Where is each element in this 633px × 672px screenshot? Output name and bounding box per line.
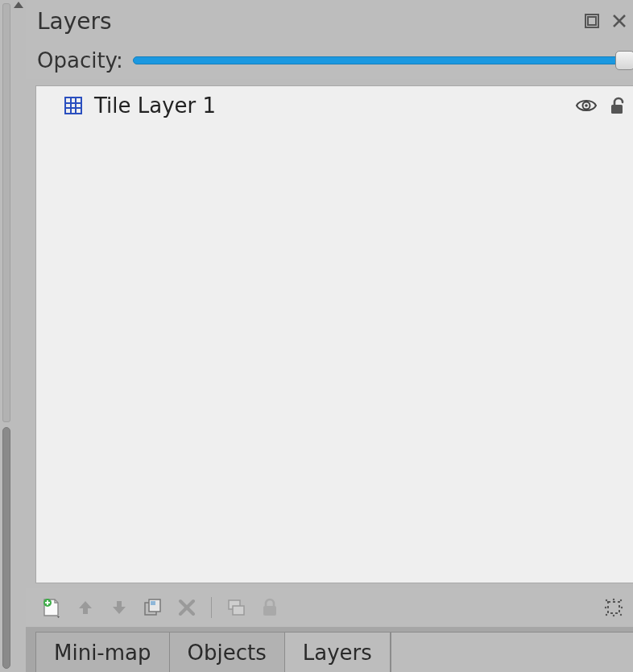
- layers-panel: Layers Opacity:: [26, 0, 633, 672]
- svg-point-30: [605, 607, 606, 608]
- svg-point-33: [613, 615, 614, 616]
- svg-point-29: [620, 599, 622, 601]
- svg-rect-1: [588, 17, 596, 25]
- tab-label: Objects: [188, 641, 267, 665]
- svg-rect-26: [608, 602, 619, 613]
- merge-layer-button[interactable]: [225, 596, 247, 619]
- layers-toolbar: [26, 588, 633, 627]
- panel-titlebar: Layers: [26, 0, 633, 42]
- svg-point-31: [621, 607, 623, 608]
- undock-button[interactable]: [583, 12, 601, 30]
- svg-rect-11: [611, 105, 623, 114]
- opacity-slider[interactable]: [133, 49, 630, 72]
- close-panel-button[interactable]: [610, 12, 628, 30]
- toolbar-separator: [211, 597, 212, 618]
- slider-thumb[interactable]: [615, 51, 633, 70]
- opacity-row: Opacity:: [26, 42, 633, 79]
- titlebar-controls: [583, 12, 628, 30]
- left-gutter: [0, 0, 23, 672]
- highlight-current-layer-button[interactable]: [602, 596, 625, 619]
- eye-icon: [575, 97, 598, 114]
- arrow-down-icon: [110, 598, 129, 617]
- move-layer-down-button[interactable]: [108, 596, 130, 619]
- svg-point-27: [606, 599, 607, 601]
- new-layer-icon: [41, 597, 62, 618]
- svg-point-32: [606, 614, 607, 616]
- layer-row[interactable]: Tile Layer 1: [36, 86, 633, 125]
- highlight-icon: [603, 597, 624, 618]
- lock-icon: [261, 598, 279, 617]
- layer-row-actions: [575, 96, 627, 115]
- svg-point-34: [620, 614, 622, 616]
- scrollbar-thumb[interactable]: [2, 427, 10, 669]
- tab-layers[interactable]: Layers: [285, 632, 391, 672]
- delete-icon: [177, 598, 197, 617]
- panel-title: Layers: [37, 8, 583, 35]
- layers-panel-root: Layers Opacity:: [0, 0, 633, 672]
- tile-layer-icon: [64, 96, 83, 115]
- tab-objects[interactable]: Objects: [170, 632, 285, 672]
- svg-rect-20: [151, 601, 155, 605]
- slider-track: [133, 56, 630, 64]
- splitter-handle[interactable]: [2, 3, 10, 422]
- tab-label: Mini-map: [54, 641, 151, 665]
- opacity-label: Opacity:: [37, 48, 123, 73]
- scroll-up-arrow-icon[interactable]: [14, 2, 23, 8]
- svg-marker-15: [57, 616, 60, 618]
- layer-name[interactable]: Tile Layer 1: [94, 93, 564, 118]
- toggle-visibility-button[interactable]: [575, 97, 598, 114]
- toggle-lock-button[interactable]: [607, 96, 627, 115]
- layer-list[interactable]: Tile Layer 1: [35, 85, 633, 583]
- tab-minimap[interactable]: Mini-map: [35, 632, 170, 672]
- move-layer-up-button[interactable]: [74, 596, 97, 619]
- tab-bar-filler: [391, 632, 633, 672]
- svg-point-28: [613, 599, 614, 600]
- unlock-icon: [607, 96, 627, 115]
- svg-point-10: [585, 104, 588, 107]
- svg-marker-17: [113, 601, 126, 614]
- panel-tab-bar: Mini-map Objects Layers: [26, 627, 633, 672]
- svg-marker-16: [79, 601, 92, 614]
- duplicate-icon: [143, 597, 163, 618]
- delete-layer-button[interactable]: [176, 596, 198, 619]
- duplicate-layer-button[interactable]: [142, 596, 164, 619]
- svg-rect-24: [233, 606, 244, 615]
- svg-rect-4: [65, 97, 81, 114]
- tab-label: Layers: [303, 641, 372, 665]
- merge-down-icon: [225, 597, 246, 618]
- close-icon: [610, 12, 628, 30]
- lock-layer-button[interactable]: [259, 596, 281, 619]
- arrow-up-icon: [76, 598, 95, 617]
- restore-icon: [583, 12, 601, 30]
- svg-rect-25: [263, 606, 276, 616]
- new-layer-button[interactable]: [40, 596, 63, 619]
